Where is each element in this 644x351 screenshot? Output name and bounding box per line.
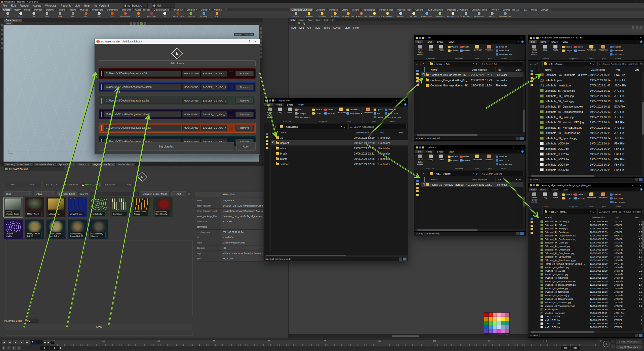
column-date-modified[interactable]: Date modified (590, 215, 614, 220)
shelf-tab[interactable]: Cloud FX (199, 8, 212, 11)
palette-color-swatch[interactable] (501, 329, 505, 333)
menu-item[interactable]: Help (353, 26, 359, 29)
file-row[interactable]: ud4nfhofa_8K_Normal_LOD0.jpg 19/04/2021 … (535, 120, 644, 125)
onedrive-icon[interactable] (531, 70, 533, 72)
select-all-button[interactable]: Select all (385, 108, 401, 111)
window-controls[interactable]: – □ ✕ (396, 99, 407, 102)
enabled-indicator[interactable] (101, 84, 102, 90)
file-row[interactable]: ud4nfhofa_LOD0.fbx 19/04/2021 16:14 FBX … (535, 141, 644, 146)
move-to-button[interactable]: Move to▾ (562, 193, 574, 196)
shelf-tool[interactable]: Portal Light (434, 12, 446, 17)
shelf-tool[interactable]: Ambient Light (447, 12, 459, 17)
column-date-modified[interactable]: Date modified (471, 177, 496, 182)
chevron-down-icon[interactable]: ▾ (537, 63, 538, 65)
menu-item[interactable]: Layout (333, 26, 341, 29)
window-controls[interactable]: –□✕ (633, 1, 644, 3)
window-controls[interactable]: – □ ✕ (632, 184, 642, 187)
new-folder-button[interactable]: New folder (472, 154, 482, 161)
shelf-tool[interactable]: Tube (28, 12, 40, 17)
easy-access-button[interactable]: Easy access▾ (346, 112, 362, 115)
horizontal-scrollbar[interactable] (414, 134, 525, 136)
close-icon[interactable]: ✕ (640, 36, 641, 39)
copy-to-button[interactable]: Copy to▾ (312, 112, 324, 115)
pane-tab[interactable]: Motion FX View× (34, 163, 56, 166)
invert-selection-button[interactable]: Invert selection (496, 53, 512, 56)
select-none-button[interactable]: Select none (610, 196, 626, 200)
nav-pane[interactable] (414, 67, 421, 134)
refresh-icon[interactable]: ↻ (476, 63, 478, 65)
menu-item[interactable]: Redshift (60, 4, 70, 7)
large-icons-view-icon[interactable] (520, 137, 524, 140)
folder-icon[interactable] (531, 80, 533, 82)
nav-pane[interactable] (414, 177, 421, 229)
invert-selection-button[interactable]: Invert selection (496, 162, 512, 166)
shelf-tool[interactable]: Draw Curve (119, 12, 131, 17)
range-slider-thumb[interactable] (60, 347, 62, 349)
subtab[interactable]: HDR (23, 182, 42, 187)
file-row[interactable]: Plants_3d_Annuals_tdcrdbur_3dplant_... 1… (535, 262, 644, 266)
snap-tool-icon[interactable] (140, 22, 143, 25)
column-size[interactable]: Size (634, 67, 644, 72)
current-frame-field[interactable]: 1 (30, 340, 43, 345)
shelf-tool[interactable]: Torus (41, 12, 53, 17)
column-name[interactable]: Nameˆ (429, 177, 471, 182)
asset-tile[interactable]: Chipped Marble (4, 219, 23, 239)
folder-icon[interactable] (266, 136, 268, 138)
palette-color-swatch[interactable] (484, 329, 488, 333)
close-icon[interactable]: × (73, 163, 74, 166)
large-icons-view-icon[interactable] (520, 232, 524, 235)
forward-icon[interactable]: → (534, 210, 536, 213)
shelf-tab[interactable]: Terrain FX (171, 8, 185, 11)
meta-value[interactable]: Military Wooden Crate (221, 240, 263, 245)
timeline-ruler[interactable]: 1 24487296120144168192216240 (50, 339, 600, 346)
shelf-tab[interactable]: Simple FX (185, 8, 199, 11)
new-tab-button[interactable]: + (22, 19, 26, 22)
shelf-tab[interactable]: Model (23, 8, 32, 11)
asset-tile[interactable]: Mossy Rocky Ground 2x2 M (68, 219, 87, 239)
viewport-scatter-button[interactable]: Viewport Scatter Mode (141, 191, 169, 196)
folder-icon[interactable] (531, 221, 533, 223)
pin-quick-access-button[interactable]: Pin to Quick access (265, 107, 274, 118)
horizontal-scrollbar[interactable] (528, 331, 644, 333)
shelf-tool[interactable]: Camera (290, 12, 302, 17)
rail-icon[interactable] (1, 24, 3, 26)
paste-button[interactable]: Paste (436, 44, 446, 51)
menu-item[interactable]: Windows (45, 4, 57, 7)
column-type[interactable]: Type (378, 130, 398, 135)
delete-button[interactable]: Delete▾ (460, 45, 470, 48)
range-end-field[interactable]: 240 (561, 346, 570, 350)
meta-value[interactable]: $ASSET_LIB_ADD_0/megascans/Container_Box… (221, 203, 263, 208)
atlas-dropdown[interactable]: Atlas▾ (34, 191, 55, 196)
library-variable-field[interactable]: $ASSET_LIB_ADD_2 (201, 98, 227, 104)
ribbon-tab-view[interactable]: View (296, 103, 306, 106)
chevron-down-icon[interactable]: ▾ (540, 184, 541, 186)
frame-dec-icon[interactable]: ◀ (43, 340, 46, 345)
file-row[interactable]: Container_Box_uephdgehw_4K_3d_ms 29/06/2… (421, 83, 525, 88)
select-all-button[interactable]: Select all (496, 155, 512, 158)
palette-color-swatch[interactable] (493, 317, 497, 321)
path-tab[interactable]: /shop (297, 19, 306, 21)
shelf-tab[interactable]: Pyro FX (489, 8, 501, 11)
folder-icon[interactable] (531, 225, 533, 227)
select-all-checkbox[interactable] (422, 67, 425, 72)
new-item-button[interactable]: New item▾ (346, 108, 362, 111)
column-type[interactable]: Type (614, 67, 634, 72)
pin-quick-access-button[interactable]: Pin to Quick access (529, 192, 539, 203)
properties-button[interactable]: Properties (598, 192, 608, 199)
file-row[interactable]: ud4nfhofa_8K_Displacement.exr 19/04/2021… (535, 104, 644, 109)
file-row[interactable]: tcwqucp_4K_Translucency.jpg 12/05/2021 1… (535, 304, 644, 308)
path-tab[interactable]: /mat (306, 19, 314, 21)
file-row[interactable]: tcwqucp_4K_Displacement.exr 12/05/2021 1… (535, 280, 644, 283)
delete-button[interactable]: Delete▾ (574, 193, 585, 196)
library-type-dropdown[interactable]: MEGASCANS▾ (182, 71, 200, 77)
forward-icon[interactable]: → (534, 63, 536, 65)
rail-icon[interactable] (1, 47, 3, 49)
shelf-tool[interactable]: Gamepad Camera (499, 12, 511, 17)
range-start-field[interactable]: 1 (40, 346, 49, 350)
large-icons-view-icon[interactable] (403, 258, 407, 261)
file-row[interactable]: 3d 29/06/2021 12:29 File folder (271, 135, 408, 140)
file-row[interactable]: ud4nfhofa_8K_Displacement.jpg 19/04/2021… (535, 109, 644, 114)
details-view-icon[interactable] (516, 232, 519, 235)
library-path-field[interactable]: C:/Users/NS/Desktop/megascans/atlas (104, 98, 181, 104)
invert-selection-button[interactable]: Invert selection (385, 115, 401, 119)
